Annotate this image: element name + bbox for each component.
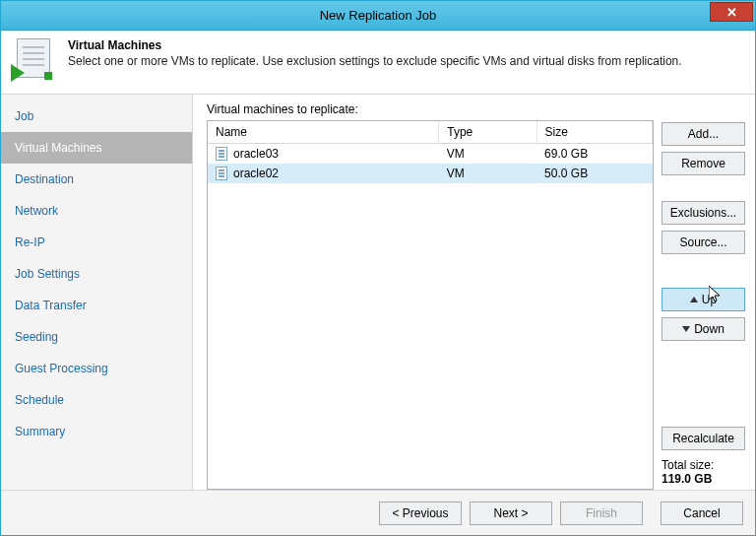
next-button[interactable]: Next > bbox=[470, 502, 552, 525]
total-size-label: Total size: bbox=[662, 458, 745, 472]
sidebar-item-job[interactable]: Job bbox=[1, 100, 192, 132]
table-header-row: Name Type Size bbox=[208, 121, 653, 144]
sidebar-item-seeding[interactable]: Seeding bbox=[1, 321, 192, 353]
sidebar-item-data-transfer[interactable]: Data Transfer bbox=[1, 290, 192, 321]
vm-name: oracle02 bbox=[233, 167, 279, 180]
header-description: Select one or more VMs to replicate. Use… bbox=[68, 54, 682, 68]
down-button[interactable]: Down bbox=[662, 317, 745, 341]
vm-icon bbox=[216, 147, 227, 161]
titlebar: New Replication Job ✕ bbox=[1, 1, 755, 31]
vm-table[interactable]: Name Type Size oracle03 VM 69.0 GB bbox=[207, 120, 654, 490]
close-icon: ✕ bbox=[726, 5, 737, 20]
vm-size: 50.0 GB bbox=[536, 164, 652, 183]
sidebar-item-re-ip[interactable]: Re-IP bbox=[1, 227, 192, 258]
previous-button[interactable]: < Previous bbox=[379, 502, 462, 525]
up-button-label: Up bbox=[702, 293, 717, 306]
remove-button[interactable]: Remove bbox=[662, 152, 745, 175]
footer: < Previous Next > Finish Cancel bbox=[1, 490, 755, 535]
col-name[interactable]: Name bbox=[208, 121, 439, 144]
sidebar-item-job-settings[interactable]: Job Settings bbox=[1, 258, 192, 290]
vm-list-label: Virtual machines to replicate: bbox=[207, 102, 654, 116]
header: Virtual Machines Select one or more VMs … bbox=[1, 31, 755, 95]
finish-button: Finish bbox=[560, 502, 643, 525]
add-button[interactable]: Add... bbox=[662, 122, 745, 146]
sidebar-item-schedule[interactable]: Schedule bbox=[1, 384, 192, 416]
exclusions-button[interactable]: Exclusions... bbox=[662, 201, 745, 225]
arrow-up-icon bbox=[690, 297, 698, 302]
right-button-column: Add... Remove Exclusions... Source... Up… bbox=[662, 102, 745, 490]
sidebar-item-virtual-machines[interactable]: Virtual Machines bbox=[1, 132, 192, 164]
recalculate-button[interactable]: Recalculate bbox=[662, 427, 745, 450]
dialog-window: New Replication Job ✕ Virtual Machines S… bbox=[0, 0, 756, 536]
up-button[interactable]: Up bbox=[662, 288, 745, 311]
vm-type: VM bbox=[439, 144, 536, 165]
window-title: New Replication Job bbox=[320, 8, 437, 23]
arrow-down-icon bbox=[682, 326, 690, 332]
vm-size: 69.0 GB bbox=[536, 144, 652, 165]
wizard-sidebar: Job Virtual Machines Destination Network… bbox=[1, 95, 193, 490]
table-row[interactable]: oracle03 VM 69.0 GB bbox=[208, 144, 653, 165]
header-text: Virtual Machines Select one or more VMs … bbox=[68, 38, 682, 68]
sidebar-item-destination[interactable]: Destination bbox=[1, 164, 192, 195]
col-type[interactable]: Type bbox=[439, 121, 536, 144]
vm-name: oracle03 bbox=[233, 147, 279, 161]
sidebar-item-guest-processing[interactable]: Guest Processing bbox=[1, 353, 192, 384]
main-panel: Virtual machines to replicate: Name Type… bbox=[193, 95, 755, 490]
col-size[interactable]: Size bbox=[536, 121, 652, 144]
sidebar-item-summary[interactable]: Summary bbox=[1, 416, 192, 447]
total-size-value: 119.0 GB bbox=[662, 472, 745, 486]
body: Job Virtual Machines Destination Network… bbox=[1, 95, 755, 490]
header-title: Virtual Machines bbox=[68, 38, 682, 52]
wizard-step-icon bbox=[13, 38, 56, 82]
vm-icon bbox=[216, 167, 227, 180]
source-button[interactable]: Source... bbox=[662, 231, 745, 254]
table-row[interactable]: oracle02 VM 50.0 GB bbox=[208, 164, 653, 183]
vm-type: VM bbox=[439, 164, 536, 183]
sidebar-item-network[interactable]: Network bbox=[1, 195, 192, 227]
close-button[interactable]: ✕ bbox=[710, 2, 753, 22]
cancel-button[interactable]: Cancel bbox=[661, 502, 743, 525]
down-button-label: Down bbox=[694, 322, 724, 336]
vm-list-section: Virtual machines to replicate: Name Type… bbox=[207, 102, 654, 490]
